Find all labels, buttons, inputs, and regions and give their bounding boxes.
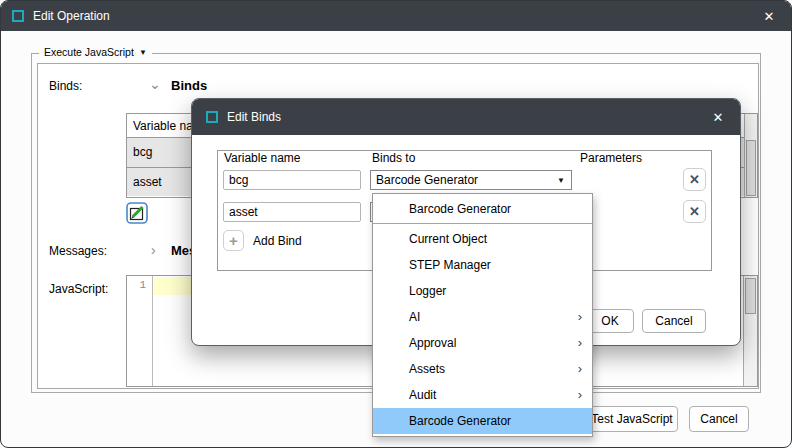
menu-item-logger[interactable]: Logger [373, 278, 592, 304]
binds-table-scrollbar[interactable] [744, 114, 757, 197]
variable-name-input[interactable] [223, 202, 361, 222]
scrollbar-thumb[interactable] [745, 278, 756, 314]
menu-item-audit[interactable]: Audit › [373, 382, 592, 408]
app-icon [12, 10, 24, 22]
plus-icon: + [229, 232, 238, 249]
binds-to-dropdown-menu: Barcode Generator Current Object STEP Ma… [372, 193, 593, 437]
cancel-button[interactable]: Cancel [689, 406, 749, 432]
submenu-arrow-icon: › [578, 304, 582, 330]
editor-gutter: 1 [127, 276, 153, 386]
chevron-down-icon[interactable]: ⌄ [149, 77, 161, 91]
edit-operation-window: Edit Operation ✕ Execute JavaScript ▼ Bi… [0, 0, 792, 448]
combobox-value: Barcode Generator [376, 173, 478, 187]
editor-scrollbar[interactable] [743, 276, 757, 386]
messages-label: Messages: [49, 244, 107, 258]
operation-type-label: Execute JavaScript [44, 46, 134, 58]
menu-item-barcode-generator[interactable]: Barcode Generator [373, 196, 592, 222]
column-header-parameters: Parameters [580, 151, 642, 165]
test-javascript-button[interactable]: Test JavaScript [586, 406, 678, 432]
window-title: Edit Operation [33, 9, 110, 23]
edit-pencil-icon [126, 202, 148, 224]
close-icon[interactable]: ✕ [747, 1, 791, 31]
scrollbar-thumb[interactable] [746, 140, 756, 196]
delete-bind-button[interactable]: ✕ [683, 200, 706, 223]
binds-label: Binds: [49, 79, 82, 93]
javascript-label: JavaScript: [49, 282, 108, 296]
submenu-arrow-icon: › [578, 330, 582, 356]
binds-to-combobox[interactable]: Barcode Generator ▼ [370, 170, 572, 190]
column-header-binds-to: Binds to [372, 151, 415, 165]
edit-operation-titlebar[interactable]: Edit Operation ✕ [1, 1, 791, 31]
operation-type-dropdown[interactable]: Execute JavaScript ▼ [39, 46, 152, 58]
column-header-variable-name: Variable name [224, 151, 301, 165]
menu-separator [373, 223, 592, 224]
add-bind-label[interactable]: Add Bind [253, 234, 302, 248]
menu-item-assets[interactable]: Assets › [373, 356, 592, 382]
delete-bind-button[interactable]: ✕ [683, 168, 706, 191]
submenu-arrow-icon: › [578, 356, 582, 382]
menu-item-ai[interactable]: AI › [373, 304, 592, 330]
chevron-right-icon[interactable]: › [151, 243, 156, 257]
line-number: 1 [127, 276, 152, 291]
add-bind-button[interactable]: + [223, 230, 244, 251]
menu-item-approval[interactable]: Approval › [373, 330, 592, 356]
submenu-arrow-icon: › [578, 382, 582, 408]
variable-name-input[interactable] [223, 170, 361, 190]
close-icon[interactable]: ✕ [696, 99, 740, 135]
app-icon [206, 111, 218, 123]
binds-section-title[interactable]: Binds [171, 78, 207, 93]
edit-binds-title: Edit Binds [227, 110, 281, 124]
delete-icon: ✕ [689, 172, 700, 187]
dropdown-arrow-icon: ▼ [139, 48, 147, 57]
edit-bind-button[interactable] [126, 202, 148, 224]
menu-item-current-object[interactable]: Current Object [373, 226, 592, 252]
edit-binds-titlebar[interactable]: Edit Binds ✕ [192, 99, 740, 135]
cancel-button[interactable]: Cancel [642, 309, 706, 333]
menu-item-barcode-generator-highlighted[interactable]: Barcode Generator [373, 408, 592, 434]
delete-icon: ✕ [689, 204, 700, 219]
dropdown-arrow-icon: ▼ [557, 176, 565, 185]
ok-button[interactable]: OK [586, 309, 634, 333]
menu-item-step-manager[interactable]: STEP Manager [373, 252, 592, 278]
